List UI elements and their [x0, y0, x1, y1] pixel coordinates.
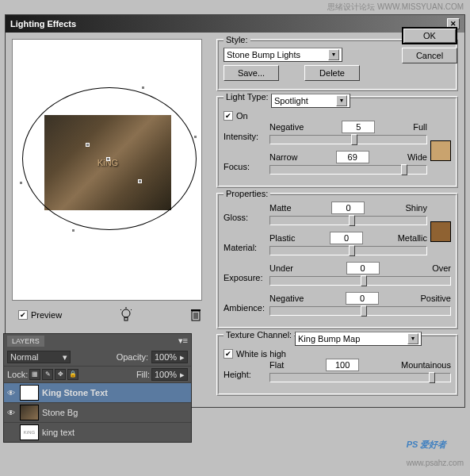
slider-thumb[interactable] — [429, 372, 435, 383]
gloss-value[interactable]: 0 — [331, 202, 365, 214]
visibility-icon[interactable]: 👁 — [6, 389, 17, 397]
light-type-fieldset: Light Type: Spotlight ▼ ✔ On — [216, 96, 458, 188]
ambience-slider[interactable] — [269, 306, 451, 316]
layer-item[interactable]: KiNG king text — [4, 422, 191, 442]
slider-thumb[interactable] — [361, 305, 367, 317]
preview-label: Preview — [31, 310, 62, 320]
opacity-value: 100% — [155, 352, 177, 362]
layers-tab[interactable]: LAYERS — [7, 336, 44, 347]
slider-thumb[interactable] — [349, 215, 355, 226]
material-right: Metallic — [398, 233, 427, 243]
texture-label: Texture Channel: — [224, 330, 294, 340]
style-value: Stone Bump Lights — [227, 50, 300, 60]
focus-right: Wide — [407, 152, 427, 162]
layer-thumbnail — [20, 385, 39, 401]
chevron-down-icon: ▾ — [63, 352, 67, 363]
layer-item[interactable]: 👁 King Stone Text — [4, 382, 191, 402]
intensity-slider[interactable] — [269, 135, 427, 144]
slider-thumb[interactable] — [401, 164, 407, 175]
checkbox-icon: ✔ — [224, 349, 233, 359]
chevron-down-icon: ▼ — [328, 49, 339, 60]
chevron-icon: ▸ — [180, 352, 185, 363]
lock-transparency-icon[interactable]: ▦ — [29, 369, 40, 380]
texture-fieldset: Texture Channel: King Bump Map ▼ ✔ White… — [216, 334, 458, 396]
layers-panel: LAYERS ▾≡ Normal▾ Opacity: 100%▸ Lock: ▦… — [3, 333, 192, 443]
watermark-top: 思绪设计论坛 WWW.MISSYUAN.COM — [327, 2, 464, 13]
ok-button[interactable]: OK — [402, 27, 457, 44]
handle[interactable] — [141, 86, 145, 90]
exposure-left: Under — [269, 263, 293, 273]
gloss-label: Gloss: — [224, 202, 265, 222]
intensity-label: Intensity: — [224, 121, 265, 141]
delete-button[interactable]: Delete — [304, 65, 360, 81]
focus-value[interactable]: 69 — [336, 151, 369, 163]
exposure-right: Over — [432, 263, 451, 273]
chevron-down-icon: ▼ — [336, 95, 347, 106]
focus-left: Narrow — [269, 152, 297, 162]
light-type-label: Light Type: — [224, 92, 271, 102]
lock-paint-icon[interactable]: ✎ — [42, 369, 53, 380]
panel-menu-icon[interactable]: ▾≡ — [178, 336, 188, 347]
blend-mode-select[interactable]: Normal▾ — [7, 351, 71, 363]
opacity-label: Opacity: — [117, 352, 148, 362]
lock-label: Lock: — [7, 370, 28, 379]
light-type-select[interactable]: Spotlight ▼ — [271, 94, 350, 108]
lightbulb-icon[interactable] — [118, 307, 134, 323]
svg-rect-4 — [124, 317, 128, 321]
focus-slider[interactable] — [269, 165, 427, 175]
slider-thumb[interactable] — [361, 275, 367, 286]
exposure-value[interactable]: 0 — [346, 262, 380, 274]
opacity-input[interactable]: 100%▸ — [151, 351, 188, 363]
style-select[interactable]: Stone Bump Lights ▼ — [224, 48, 342, 62]
handle[interactable] — [138, 179, 142, 183]
visibility-icon[interactable]: 👁 — [6, 409, 17, 417]
handle[interactable] — [86, 143, 90, 147]
ambience-label: Ambience: — [224, 292, 265, 313]
texture-channel-value: King Bump Map — [298, 334, 360, 344]
slider-thumb[interactable] — [349, 245, 355, 256]
preview-area[interactable]: KiNG — [12, 39, 202, 301]
fill-input[interactable]: 100%▸ — [151, 368, 188, 381]
lock-position-icon[interactable]: ✥ — [55, 369, 66, 380]
svg-rect-6 — [191, 309, 201, 311]
dialog-title: Lighting Effects — [10, 19, 76, 29]
texture-channel-select[interactable]: King Bump Map ▼ — [295, 332, 422, 346]
intensity-right: Full — [413, 122, 427, 132]
lock-all-icon[interactable]: 🔒 — [67, 369, 78, 380]
gloss-slider[interactable] — [269, 216, 427, 225]
exposure-slider[interactable] — [269, 276, 451, 286]
white-is-high-checkbox[interactable]: ✔ White is high — [224, 349, 451, 359]
ambient-color-swatch[interactable] — [430, 221, 451, 242]
on-checkbox[interactable]: ✔ On — [224, 111, 451, 121]
material-value[interactable]: 0 — [330, 232, 363, 244]
on-label: On — [236, 111, 248, 121]
slider-thumb[interactable] — [351, 134, 357, 145]
handle[interactable] — [193, 135, 197, 139]
chevron-down-icon: ▼ — [407, 333, 418, 344]
svg-line-2 — [120, 309, 121, 310]
properties-label: Properties: — [224, 189, 270, 198]
height-value[interactable]: 100 — [326, 359, 359, 371]
titlebar: Lighting Effects ✕ — [6, 15, 464, 33]
cancel-button[interactable]: Cancel — [402, 48, 457, 63]
ambience-right: Positive — [420, 294, 451, 303]
handle[interactable] — [71, 228, 75, 232]
intensity-value[interactable]: 5 — [342, 121, 375, 133]
fill-value: 100% — [155, 370, 177, 379]
light-color-swatch[interactable] — [430, 140, 451, 161]
layer-item[interactable]: 👁 Stone Bg — [4, 402, 191, 422]
ambience-value[interactable]: 0 — [346, 292, 379, 305]
exposure-label: Exposure: — [224, 262, 265, 282]
handle[interactable] — [106, 157, 110, 161]
material-slider[interactable] — [269, 246, 427, 255]
preview-checkbox[interactable]: ✔ Preview — [18, 310, 62, 320]
gloss-right: Shiny — [405, 203, 427, 213]
save-button[interactable]: Save... — [224, 65, 279, 81]
material-left: Plastic — [269, 233, 295, 243]
focus-label: Focus: — [224, 151, 265, 171]
height-slider[interactable] — [269, 373, 451, 382]
trash-icon[interactable] — [189, 308, 202, 322]
ambience-left: Negative — [269, 294, 304, 303]
light-type-value: Spotlight — [274, 96, 308, 106]
handle[interactable] — [19, 181, 23, 185]
